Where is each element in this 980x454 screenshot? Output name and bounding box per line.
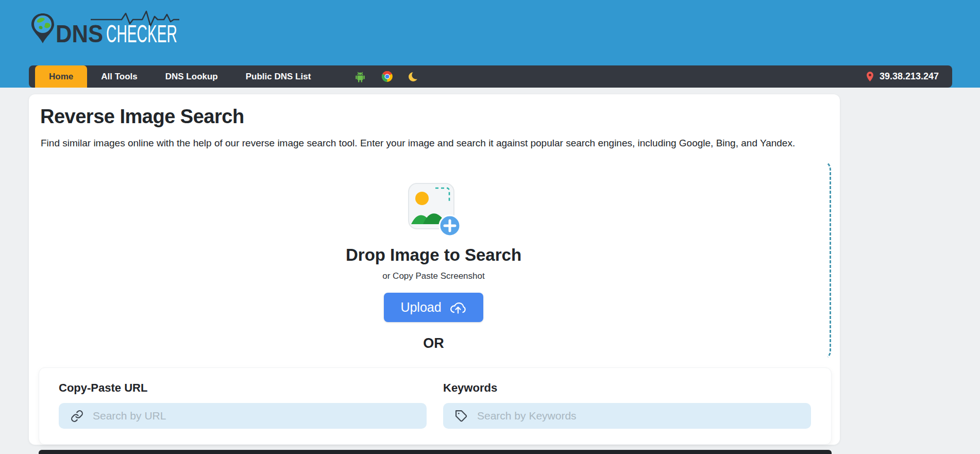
keywords-field-label: Keywords bbox=[443, 381, 497, 395]
nav-item-dns-lookup[interactable]: DNS Lookup bbox=[151, 65, 232, 88]
dnschecker-logo-graphic: DNS CHECKER bbox=[31, 9, 180, 53]
page-title: Reverse Image Search bbox=[40, 106, 244, 128]
dnschecker-logo[interactable]: DNS CHECKER bbox=[31, 9, 180, 53]
dropzone-subheading: or Copy Paste Screenshot bbox=[382, 271, 484, 281]
footer-section-top-edge bbox=[39, 450, 832, 454]
nav-item-public-dns-list[interactable]: Public DNS List bbox=[232, 65, 325, 88]
globe-pin-icon bbox=[31, 13, 54, 43]
nav-item-home[interactable]: Home bbox=[35, 65, 87, 88]
visitor-ip-block[interactable]: 39.38.213.247 bbox=[865, 71, 952, 82]
main-navbar: Home All Tools DNS Lookup Public DNS Lis… bbox=[29, 65, 952, 88]
sun-shape bbox=[415, 192, 429, 205]
page-description: Find similar images online with the help… bbox=[41, 138, 795, 149]
or-separator: OR bbox=[423, 335, 444, 351]
keywords-input-wrap bbox=[443, 403, 811, 429]
upload-button[interactable]: Upload bbox=[384, 293, 483, 322]
search-by-keywords-input[interactable] bbox=[443, 403, 811, 429]
image-placeholder-icon bbox=[404, 182, 463, 238]
brand-text-dns: DNS bbox=[56, 20, 103, 47]
android-app-button[interactable] bbox=[353, 65, 367, 88]
location-pin-icon bbox=[865, 71, 875, 82]
dropzone-heading: Drop Image to Search bbox=[346, 245, 521, 265]
visitor-ip-address: 39.38.213.247 bbox=[880, 71, 939, 82]
chrome-icon bbox=[381, 70, 394, 83]
upload-button-label: Upload bbox=[400, 300, 441, 315]
url-keyword-search-card: Copy-Paste URL Keywords bbox=[39, 367, 832, 445]
nav-item-all-tools[interactable]: All Tools bbox=[87, 65, 151, 88]
image-dropzone[interactable]: Drop Image to Search or Copy Paste Scree… bbox=[36, 160, 831, 360]
android-icon bbox=[354, 71, 366, 83]
chrome-extension-button[interactable] bbox=[380, 65, 394, 88]
brand-text-checker: CHECKER bbox=[106, 20, 177, 47]
dark-mode-icon bbox=[408, 71, 419, 82]
search-by-url-input[interactable] bbox=[59, 403, 427, 429]
url-input-wrap bbox=[59, 403, 427, 429]
dark-mode-toggle[interactable] bbox=[407, 65, 420, 88]
cloud-upload-icon bbox=[449, 300, 467, 315]
url-field-label: Copy-Paste URL bbox=[59, 381, 147, 395]
